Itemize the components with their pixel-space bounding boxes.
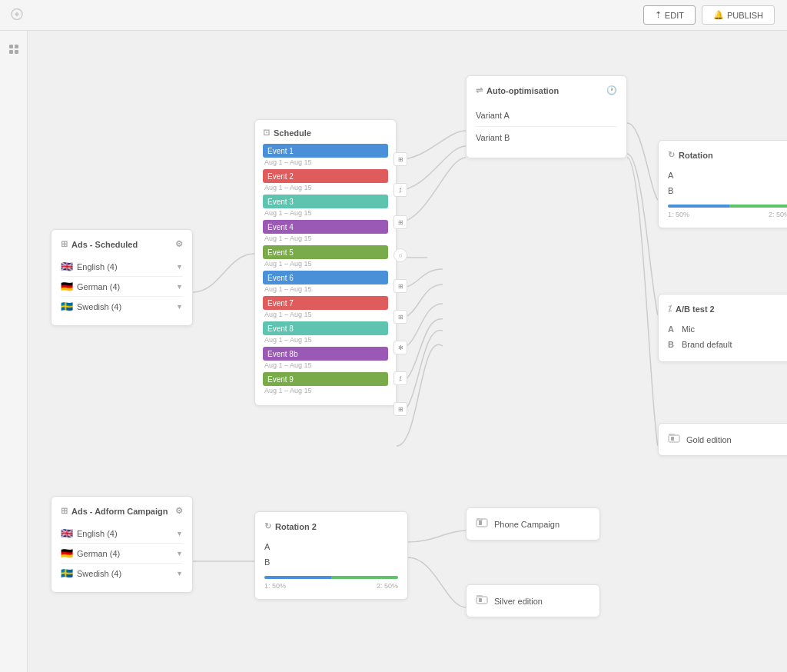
connector-6: ⊞ (394, 310, 407, 324)
ads-scheduled-card: ⊞ Ads - Scheduled ⚙ 🇬🇧 English (4) ▼ 🇩🇪 … (51, 229, 193, 326)
publish-label: PUBLISH (727, 11, 763, 20)
event-1[interactable]: Event 1 Aug 1 – Aug 15 (263, 144, 388, 166)
flag-de: 🇩🇪 (61, 281, 73, 292)
ab-test-card: ⁒ A/B test 2 A Mic B Brand default (658, 294, 787, 362)
ads-adform-card: ⊞ Ads - Adform Campaign ⚙ 🇬🇧 English (4)… (51, 496, 193, 593)
svg-rect-4 (15, 50, 18, 54)
progress2-right (331, 576, 398, 579)
ab-a-letter: A (668, 324, 676, 334)
progress2-labels: 1: 50% 2: 50% (264, 582, 398, 590)
connector-9: ⊞ (394, 402, 407, 416)
adform-swedish-label: Swedish (4) (77, 569, 121, 578)
rotation-card: ↻ Rotation A B 1: 50% 2: 50% (658, 140, 787, 228)
publish-button[interactable]: 🔔 PUBLISH (702, 5, 775, 25)
auto-opt-card: ⇌ Auto-optimisation 🕐 Variant A Variant … (466, 75, 627, 158)
adform-lang-swedish[interactable]: 🇸🇪 Swedish (4) ▼ (61, 564, 183, 583)
event-6[interactable]: Event 6 Aug 1 – Aug 15 (263, 271, 388, 293)
svg-rect-10 (477, 518, 483, 521)
top-bar: ⇡ EDIT 🔔 PUBLISH (0, 0, 787, 31)
phone-campaign-label: Phone Campaign (494, 520, 560, 529)
chevron-icon-2: ▼ (176, 283, 183, 291)
silver-icon (476, 594, 488, 607)
svg-rect-7 (669, 434, 675, 436)
rotation2-icon: ↻ (264, 521, 271, 531)
event-5[interactable]: Event 5 Aug 1 – Aug 15 (263, 245, 388, 268)
chevron-icon-3: ▼ (176, 303, 183, 311)
svg-rect-12 (479, 598, 482, 602)
rotation2-progress-bar (264, 576, 398, 579)
ads-adform-icon: ⊞ (61, 506, 68, 516)
svg-rect-1 (9, 45, 13, 48)
publish-icon: 🔔 (713, 10, 724, 20)
sidebar-icon-grid[interactable] (6, 42, 22, 57)
variant-b[interactable]: Variant B (476, 127, 617, 148)
ab-a-value: Mic (682, 324, 695, 334)
adform-english-label: English (4) (77, 529, 118, 538)
ads-scheduled-lang-german[interactable]: 🇩🇪 German (4) ▼ (61, 277, 183, 297)
edit-button[interactable]: ⇡ EDIT (643, 5, 696, 25)
progress2-label-left: 1: 50% (264, 582, 286, 590)
event-9[interactable]: Event 9 Aug 1 – Aug 15 (263, 372, 388, 394)
flag-uk: 🇬🇧 (61, 261, 73, 272)
connector-3: ⊞ (394, 215, 407, 229)
auto-opt-clock-icon: 🕐 (606, 85, 617, 95)
phone-icon (476, 517, 488, 531)
gold-edition-card: Gold edition (658, 423, 787, 456)
silver-edition-label: Silver edition (494, 597, 543, 606)
progress-left (668, 205, 729, 208)
ads-scheduled-lang-swedish[interactable]: 🇸🇪 Swedish (4) ▼ (61, 297, 183, 316)
ab-test-title: ⁒ A/B test 2 (668, 304, 787, 314)
ab-b-letter: B (668, 340, 676, 349)
svg-rect-6 (671, 437, 674, 441)
schedule-label: Schedule (274, 128, 311, 138)
flag-de-2: 🇩🇪 (61, 547, 73, 559)
progress2-left (264, 576, 331, 579)
rotation-label: Rotation (679, 151, 713, 160)
auto-opt-icon: ⇌ (476, 85, 483, 95)
event-4[interactable]: Event 4 Aug 1 – Aug 15 (263, 220, 388, 242)
progress-right (729, 205, 788, 208)
rotation2-card: ↻ Rotation 2 A B 1: 50% 2: 50% (254, 511, 408, 600)
lang-swedish-label: Swedish (4) (77, 302, 121, 311)
rotation2-a-label: A (264, 539, 398, 554)
auto-opt-title: ⇌ Auto-optimisation 🕐 (476, 85, 617, 95)
rotation-a-label: A (668, 168, 787, 183)
logo (11, 8, 23, 22)
rotation2-b-label: B (264, 554, 398, 570)
connector-7: ✻ (394, 341, 407, 354)
rotation-progress-bar (668, 205, 787, 208)
adform-lang-english[interactable]: 🇬🇧 English (4) ▼ (61, 524, 183, 544)
svg-rect-9 (479, 521, 482, 525)
schedule-icon: ⊡ (263, 128, 270, 138)
ab-test-label: A/B test 2 (676, 304, 715, 314)
ads-scheduled-label: Ads - Scheduled (71, 240, 138, 249)
sidebar (0, 31, 28, 672)
silver-edition-card: Silver edition (466, 584, 600, 617)
adform-german-label: German (4) (77, 549, 120, 558)
rotation-icon: ↻ (668, 150, 675, 160)
ads-scheduled-title: ⊞ Ads - Scheduled ⚙ (61, 239, 183, 249)
ads-adform-settings-icon[interactable]: ⚙ (175, 506, 183, 516)
chevron-icon-6: ▼ (176, 570, 183, 577)
event-7[interactable]: Event 7 Aug 1 – Aug 15 (263, 296, 388, 318)
ab-row-a: A Mic (668, 321, 787, 337)
ads-scheduled-settings-icon[interactable]: ⚙ (175, 239, 183, 249)
variant-a[interactable]: Variant A (476, 105, 617, 127)
gold-edition-label: Gold edition (686, 435, 732, 444)
auto-opt-label: Auto-optimisation (486, 86, 559, 95)
lang-english-label: English (4) (77, 262, 118, 271)
event-8b[interactable]: Event 8b Aug 1 – Aug 15 (263, 347, 388, 369)
progress-label-left: 1: 50% (668, 211, 689, 218)
event-3[interactable]: Event 3 Aug 1 – Aug 15 (263, 195, 388, 217)
flag-se: 🇸🇪 (61, 301, 73, 312)
ads-scheduled-lang-english[interactable]: 🇬🇧 English (4) ▼ (61, 257, 183, 277)
ads-adform-label: Ads - Adform Campaign (71, 507, 168, 516)
rotation2-title: ↻ Rotation 2 (264, 521, 398, 531)
rotation-b-label: B (668, 183, 787, 198)
event-2[interactable]: Event 2 Aug 1 – Aug 15 (263, 169, 388, 191)
event-8a[interactable]: Event 8 Aug 1 – Aug 15 (263, 321, 388, 344)
ab-b-value: Brand default (682, 340, 732, 349)
svg-rect-2 (15, 45, 18, 48)
adform-lang-german[interactable]: 🇩🇪 German (4) ▼ (61, 544, 183, 564)
flag-se-2: 🇸🇪 (61, 567, 73, 579)
